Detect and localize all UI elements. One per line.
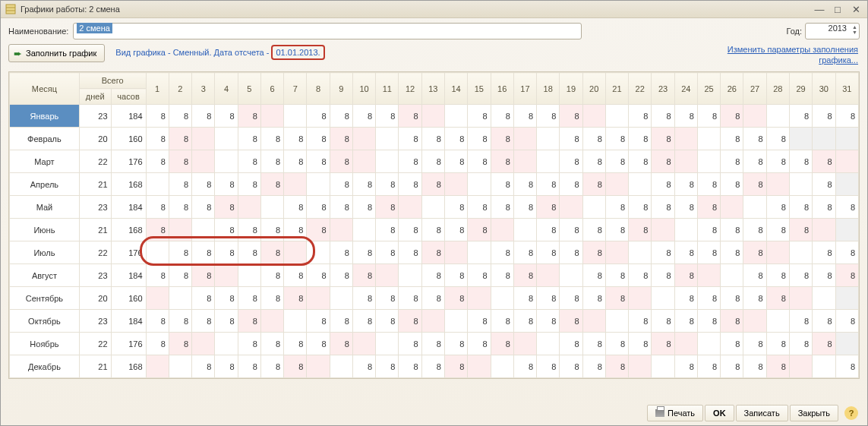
day-cell[interactable] <box>330 287 352 310</box>
day-cell[interactable]: 8 <box>721 105 743 128</box>
day-cell[interactable] <box>813 219 835 241</box>
day-cell[interactable]: 8 <box>421 264 444 287</box>
day-cell[interactable] <box>697 128 720 150</box>
day-cell[interactable]: 8 <box>421 219 444 241</box>
day-cell[interactable] <box>743 310 766 333</box>
day-cell[interactable]: 8 <box>560 333 582 355</box>
save-button[interactable]: Записать <box>736 405 788 421</box>
day-cell[interactable] <box>376 128 399 150</box>
day-cell[interactable]: 8 <box>629 196 652 219</box>
day-cell[interactable] <box>652 355 674 378</box>
day-cell[interactable]: 8 <box>330 264 352 287</box>
day-cell[interactable]: 8 <box>399 219 421 241</box>
day-cell[interactable] <box>789 355 812 378</box>
day-cell[interactable] <box>491 355 513 378</box>
day-cell[interactable]: 8 <box>421 173 444 196</box>
day-cell[interactable] <box>468 287 491 310</box>
month-cell[interactable]: Ноябрь <box>10 333 80 355</box>
day-cell[interactable]: 8 <box>491 264 513 287</box>
month-cell[interactable]: Октябрь <box>10 310 80 333</box>
day-cell[interactable]: 8 <box>813 105 835 128</box>
day-cell[interactable]: 8 <box>537 219 560 241</box>
day-cell[interactable] <box>444 173 467 196</box>
day-cell[interactable] <box>652 219 674 241</box>
day-cell[interactable]: 8 <box>399 241 421 264</box>
day-cell[interactable]: 8 <box>468 105 491 128</box>
day-cell[interactable]: 8 <box>215 196 238 219</box>
day-cell[interactable] <box>284 173 307 196</box>
day-cell[interactable]: 8 <box>192 196 215 219</box>
day-cell[interactable]: 8 <box>766 355 789 378</box>
day-cell[interactable]: 8 <box>766 128 789 150</box>
day-cell[interactable]: 8 <box>399 105 421 128</box>
month-row[interactable]: Сентябрь2016088888888888888888888 <box>10 287 859 310</box>
day-cell[interactable] <box>605 173 628 196</box>
day-cell[interactable] <box>835 333 859 355</box>
day-cell[interactable] <box>376 150 399 173</box>
day-cell[interactable] <box>260 105 283 128</box>
day-cell[interactable]: 8 <box>652 241 674 264</box>
day-cell[interactable] <box>468 173 491 196</box>
day-cell[interactable]: 8 <box>491 128 513 150</box>
day-cell[interactable] <box>376 333 399 355</box>
day-cell[interactable]: 8 <box>813 173 835 196</box>
day-cell[interactable]: 8 <box>721 173 743 196</box>
day-cell[interactable]: 8 <box>697 287 720 310</box>
day-cell[interactable]: 8 <box>605 196 628 219</box>
day-cell[interactable] <box>721 264 743 287</box>
day-cell[interactable]: 8 <box>192 310 215 333</box>
day-cell[interactable]: 8 <box>652 196 674 219</box>
day-cell[interactable] <box>789 241 812 264</box>
day-cell[interactable]: 8 <box>399 333 421 355</box>
close-button[interactable]: ✕ <box>849 3 863 15</box>
day-cell[interactable] <box>835 173 859 196</box>
day-cell[interactable] <box>789 287 812 310</box>
day-cell[interactable]: 8 <box>260 128 283 150</box>
day-cell[interactable]: 8 <box>169 150 191 173</box>
day-cell[interactable] <box>697 333 720 355</box>
day-cell[interactable]: 8 <box>629 264 652 287</box>
hours-cell[interactable]: 168 <box>111 355 146 378</box>
day-cell[interactable] <box>284 105 307 128</box>
day-cell[interactable]: 8 <box>789 264 812 287</box>
day-cell[interactable] <box>743 105 766 128</box>
day-cell[interactable]: 8 <box>260 333 283 355</box>
day-cell[interactable]: 8 <box>260 219 283 241</box>
day-cell[interactable] <box>537 264 560 287</box>
day-cell[interactable] <box>215 150 238 173</box>
month-cell[interactable]: Февраль <box>10 128 80 150</box>
day-cell[interactable]: 8 <box>352 173 375 196</box>
days-cell[interactable]: 21 <box>79 355 111 378</box>
month-row[interactable]: Август2318488888888888888888888888 <box>10 264 859 287</box>
day-cell[interactable]: 8 <box>513 355 536 378</box>
day-cell[interactable]: 8 <box>721 355 743 378</box>
month-cell[interactable]: Июль <box>10 241 80 264</box>
day-cell[interactable]: 8 <box>491 150 513 173</box>
day-cell[interactable] <box>582 310 605 333</box>
days-cell[interactable]: 22 <box>79 333 111 355</box>
day-cell[interactable]: 8 <box>238 355 260 378</box>
day-cell[interactable]: 8 <box>330 333 352 355</box>
day-cell[interactable] <box>766 310 789 333</box>
day-cell[interactable]: 8 <box>674 173 697 196</box>
day-cell[interactable]: 8 <box>238 128 260 150</box>
day-cell[interactable]: 8 <box>284 287 307 310</box>
day-cell[interactable]: 8 <box>352 287 375 310</box>
day-cell[interactable]: 8 <box>721 219 743 241</box>
day-cell[interactable]: 8 <box>789 333 812 355</box>
day-cell[interactable] <box>421 196 444 219</box>
day-cell[interactable]: 8 <box>307 196 330 219</box>
day-cell[interactable] <box>146 355 169 378</box>
day-cell[interactable]: 8 <box>697 196 720 219</box>
day-cell[interactable] <box>835 287 859 310</box>
day-cell[interactable]: 8 <box>284 355 307 378</box>
day-cell[interactable]: 8 <box>537 355 560 378</box>
month-cell[interactable]: Декабрь <box>10 355 80 378</box>
day-cell[interactable] <box>491 287 513 310</box>
day-cell[interactable]: 8 <box>513 241 536 264</box>
day-cell[interactable]: 8 <box>399 128 421 150</box>
day-cell[interactable] <box>513 219 536 241</box>
day-cell[interactable] <box>629 173 652 196</box>
day-cell[interactable]: 8 <box>697 310 720 333</box>
day-cell[interactable]: 8 <box>169 333 191 355</box>
